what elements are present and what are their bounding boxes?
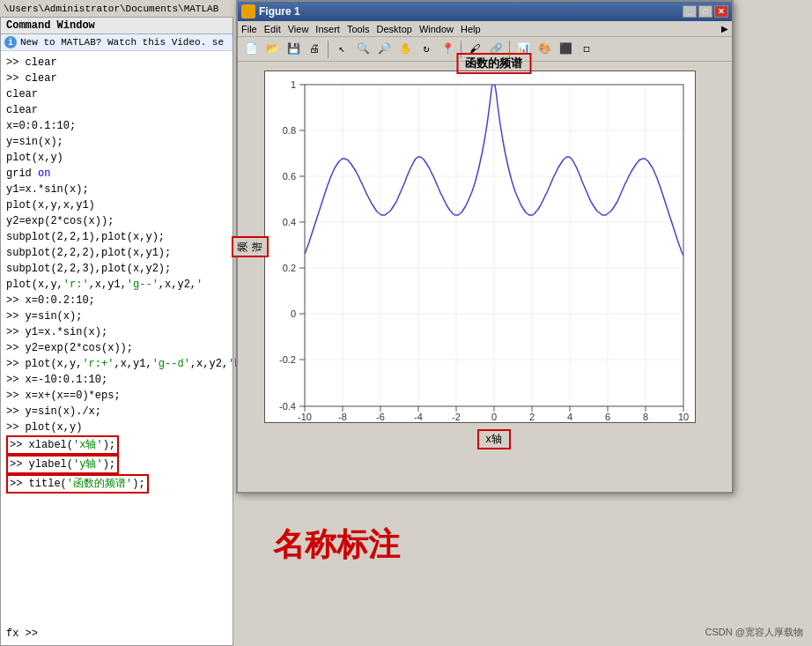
toolbar-print[interactable]: 🖨 bbox=[305, 40, 324, 59]
svg-text:0: 0 bbox=[291, 308, 296, 319]
figure-titlebar: Figure 1 _ □ ✕ bbox=[238, 2, 732, 21]
toolbar-open[interactable]: 📂 bbox=[262, 40, 282, 59]
x-label-text: x轴 bbox=[486, 433, 502, 445]
svg-text:-0.4: -0.4 bbox=[279, 401, 296, 412]
menu-view[interactable]: View bbox=[288, 24, 309, 34]
svg-text:-6: -6 bbox=[376, 412, 385, 422]
line-title: >> title('函数的频谱'); bbox=[6, 474, 227, 494]
svg-text:8: 8 bbox=[643, 412, 648, 422]
line-16: >> x=0:0.2:10; bbox=[6, 293, 227, 308]
y-label-box: 频谱 bbox=[232, 236, 269, 257]
line-7: plot(x,y) bbox=[6, 150, 227, 166]
plot-inner: 函数的频谱 bbox=[264, 71, 723, 423]
svg-text:-0.2: -0.2 bbox=[279, 354, 296, 365]
line-12: subplot(2,2,1),plot(x,y); bbox=[6, 229, 227, 245]
line-2: >> clear bbox=[6, 71, 227, 86]
line-1: >> clear bbox=[6, 55, 227, 71]
toolbar-zoom-in[interactable]: 🔍 bbox=[353, 40, 373, 59]
annotation-text: 名称标注 bbox=[273, 523, 400, 567]
svg-text:-2: -2 bbox=[452, 412, 461, 422]
plot-outer: 频谱 函数的频谱 bbox=[264, 71, 723, 423]
svg-text:-4: -4 bbox=[414, 412, 423, 422]
info-text: New to MATLAB? Watch this Video. se bbox=[20, 37, 224, 48]
menu-tools[interactable]: Tools bbox=[347, 24, 370, 34]
toolbar-datacursor[interactable]: 📍 bbox=[438, 40, 457, 59]
matlab-icon bbox=[241, 4, 255, 19]
svg-text:0.8: 0.8 bbox=[283, 125, 296, 136]
menu-window[interactable]: Window bbox=[419, 24, 454, 34]
line-21: >> x=-10:0.1:10; bbox=[6, 372, 227, 388]
svg-text:-10: -10 bbox=[298, 412, 312, 422]
csdn-watermark: CSDN @宽容人厚载物 bbox=[705, 626, 803, 639]
line-23: >> y=sin(x)./x; bbox=[6, 404, 227, 420]
title-left: Figure 1 bbox=[241, 4, 300, 19]
svg-text:0.2: 0.2 bbox=[283, 263, 296, 273]
svg-text:10: 10 bbox=[678, 412, 689, 422]
path-text: \Users\Administrator\Documents\MATLAB bbox=[4, 4, 218, 14]
line-6: y=sin(x); bbox=[6, 134, 227, 150]
fx-prompt: fx >> bbox=[6, 627, 38, 640]
y-label-text: 频谱 bbox=[236, 241, 263, 252]
svg-text:0: 0 bbox=[491, 412, 497, 422]
line-11: y2=exp(2*cos(x)); bbox=[6, 213, 227, 229]
menu-edit[interactable]: Edit bbox=[264, 24, 281, 34]
menu-file[interactable]: File bbox=[241, 24, 257, 34]
line-20: >> plot(x,y,'r:+',x,y1,'g--d',x,y2,'b--.… bbox=[6, 356, 227, 372]
line-15: plot(x,y,'r:',x,y1,'g--',x,y2,' bbox=[6, 277, 227, 293]
svg-text:0.6: 0.6 bbox=[283, 171, 296, 182]
line-xlabel: >> xlabel('x轴'); bbox=[6, 435, 227, 455]
toolbar-pan[interactable]: ✋ bbox=[395, 40, 415, 59]
toolbar-rotate[interactable]: ↻ bbox=[417, 40, 436, 59]
menu-help[interactable]: Help bbox=[461, 24, 481, 34]
expand-icon[interactable]: ▶ bbox=[721, 24, 728, 33]
line-3: clear bbox=[6, 86, 227, 102]
menu-desktop[interactable]: Desktop bbox=[377, 24, 412, 34]
toolbar-sep1 bbox=[328, 41, 328, 58]
toolbar-save[interactable]: 💾 bbox=[284, 40, 303, 59]
x-label-box: x轴 bbox=[477, 429, 511, 449]
figure-title: Figure 1 bbox=[259, 5, 300, 18]
maximize-button[interactable]: □ bbox=[698, 5, 712, 18]
line-22: >> x=x+(x==0)*eps; bbox=[6, 388, 227, 404]
line-9: y1=x.*sin(x); bbox=[6, 182, 227, 197]
toolbar-rect1[interactable]: ⬛ bbox=[556, 40, 575, 59]
line-5: x=0:0.1:10; bbox=[6, 118, 227, 134]
plot-title-text: 函数的频谱 bbox=[465, 56, 522, 70]
command-window: Command Window i New to MATLAB? Watch th… bbox=[0, 18, 233, 646]
svg-text:6: 6 bbox=[605, 412, 610, 422]
line-24: >> plot(x,y) bbox=[6, 420, 227, 435]
line-8: grid on bbox=[6, 166, 227, 182]
menu-insert[interactable]: Insert bbox=[315, 24, 340, 34]
line-18: >> y1=x.*sin(x); bbox=[6, 324, 227, 340]
svg-text:2: 2 bbox=[529, 412, 535, 422]
line-14: subplot(2,2,3),plot(x,y2); bbox=[6, 261, 227, 277]
toolbar-arrow[interactable]: ↖ bbox=[332, 40, 351, 59]
command-prompt: fx >> bbox=[6, 627, 38, 640]
window-controls[interactable]: _ □ ✕ bbox=[683, 5, 728, 18]
info-icon: i bbox=[4, 36, 17, 48]
figure-window[interactable]: Figure 1 _ □ ✕ File Edit View Insert Too… bbox=[236, 0, 734, 494]
line-17: >> y=sin(x); bbox=[6, 308, 227, 324]
line-10: plot(x,y,x,y1) bbox=[6, 197, 227, 213]
toolbar-colorbar[interactable]: 🎨 bbox=[535, 40, 554, 59]
plot-svg: -10 -8 -6 -4 -2 0 2 4 6 8 10 bbox=[264, 71, 696, 423]
svg-text:0.4: 0.4 bbox=[283, 217, 296, 227]
figure-menubar: File Edit View Insert Tools Desktop Wind… bbox=[238, 21, 732, 37]
toolbar-new[interactable]: 📄 bbox=[241, 40, 261, 59]
svg-text:1: 1 bbox=[291, 79, 296, 90]
line-ylabel: >> ylabel('y轴'); bbox=[6, 455, 227, 474]
y-label-area: 频谱 bbox=[232, 236, 269, 257]
info-bar: i New to MATLAB? Watch this Video. se bbox=[1, 34, 233, 51]
line-4: clear bbox=[6, 102, 227, 118]
line-13: subplot(2,2,2),plot(x,y1); bbox=[6, 245, 227, 261]
path-bar: \Users\Administrator\Documents\MATLAB bbox=[0, 0, 233, 18]
svg-text:4: 4 bbox=[567, 412, 572, 422]
minimize-button[interactable]: _ bbox=[683, 5, 697, 18]
command-window-title: Command Window bbox=[1, 18, 233, 34]
plot-title-box: 函数的频谱 bbox=[456, 53, 531, 74]
toolbar-zoom-out[interactable]: 🔎 bbox=[374, 40, 394, 59]
toolbar-rect2[interactable]: ◻ bbox=[577, 40, 596, 59]
line-19: >> y2=exp(2*cos(x)); bbox=[6, 340, 227, 356]
svg-text:-8: -8 bbox=[338, 412, 347, 422]
close-button[interactable]: ✕ bbox=[714, 5, 728, 18]
